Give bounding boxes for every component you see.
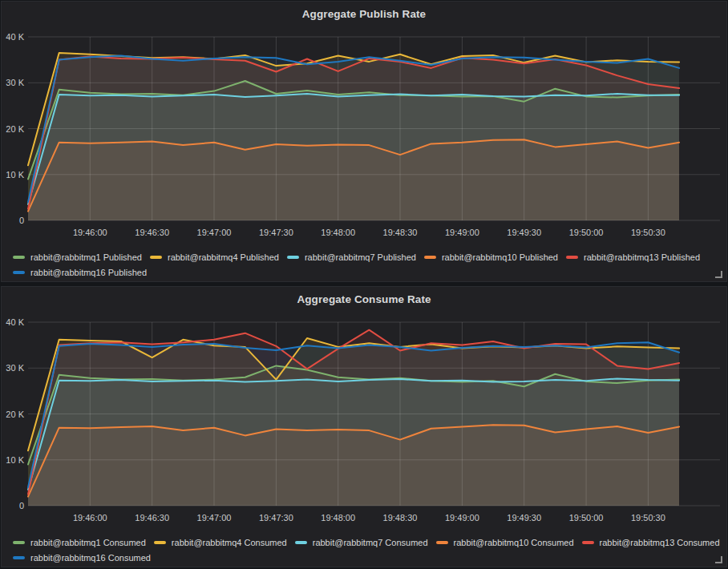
legend-item[interactable]: rabbit@rabbitmq1 Published <box>13 250 142 264</box>
legend-item[interactable]: rabbit@rabbitmq10 Consumed <box>436 535 574 550</box>
svg-text:19:46:30: 19:46:30 <box>135 228 169 237</box>
svg-text:19:49:30: 19:49:30 <box>507 513 541 523</box>
svg-text:40 K: 40 K <box>6 32 24 42</box>
panel-title-publish[interactable]: Aggregate Publish Rate <box>2 2 726 26</box>
legend-item[interactable]: rabbit@rabbitmq13 Published <box>566 250 700 264</box>
legend-series-label: rabbit@rabbitmq16 Published <box>30 265 147 280</box>
legend-series-label: rabbit@rabbitmq16 Consumed <box>30 551 151 565</box>
legend-series-marker <box>150 256 162 259</box>
legend-item[interactable]: rabbit@rabbitmq4 Published <box>150 250 279 264</box>
panel-resize-handle[interactable] <box>715 556 722 563</box>
legend-series-label: rabbit@rabbitmq10 Published <box>442 250 558 264</box>
svg-text:19:48:00: 19:48:00 <box>321 513 355 523</box>
legend-series-label: rabbit@rabbitmq13 Consumed <box>600 535 720 550</box>
svg-text:20 K: 20 K <box>6 124 24 134</box>
svg-text:19:46:00: 19:46:00 <box>73 513 107 523</box>
svg-text:0: 0 <box>19 501 24 510</box>
svg-text:19:49:00: 19:49:00 <box>445 228 479 237</box>
svg-text:19:50:30: 19:50:30 <box>631 228 665 237</box>
svg-text:30 K: 30 K <box>6 363 24 373</box>
svg-text:40 K: 40 K <box>6 317 24 327</box>
legend-series-label: rabbit@rabbitmq1 Published <box>30 250 142 264</box>
svg-text:19:50:30: 19:50:30 <box>631 513 665 523</box>
svg-text:19:48:30: 19:48:30 <box>383 513 418 523</box>
panel-aggregate-consume-rate: Aggregate Consume Rate 010 K20 K30 K40 K… <box>1 286 727 567</box>
svg-text:19:48:30: 19:48:30 <box>383 228 418 237</box>
legend-item[interactable]: rabbit@rabbitmq7 Published <box>287 250 416 264</box>
series-area-fills <box>28 330 679 506</box>
legend-series-label: rabbit@rabbitmq4 Published <box>168 250 279 264</box>
series-area-fills <box>28 53 679 220</box>
legend-series-marker <box>13 271 25 274</box>
panel-aggregate-publish-rate: Aggregate Publish Rate 010 K20 K30 K40 K… <box>1 1 727 282</box>
svg-text:19:46:00: 19:46:00 <box>73 228 107 237</box>
legend-series-label: rabbit@rabbitmq4 Consumed <box>172 535 287 550</box>
svg-text:19:50:00: 19:50:00 <box>569 228 604 237</box>
legend-series-marker <box>13 256 25 259</box>
legend-series-label: rabbit@rabbitmq13 Published <box>584 250 700 264</box>
consume-legend: rabbit@rabbitmq1 Consumedrabbit@rabbitmq… <box>2 535 726 565</box>
publish-rate-chart-canvas[interactable]: 010 K20 K30 K40 K19:46:0019:46:3019:47:0… <box>2 26 728 240</box>
svg-text:19:47:30: 19:47:30 <box>259 228 293 237</box>
svg-text:19:48:00: 19:48:00 <box>321 228 355 237</box>
svg-text:19:49:00: 19:49:00 <box>445 513 479 523</box>
legend-series-label: rabbit@rabbitmq7 Consumed <box>313 535 428 550</box>
legend-item[interactable]: rabbit@rabbitmq16 Published <box>13 265 147 280</box>
legend-series-marker <box>424 256 436 259</box>
panel-title-consume[interactable]: Aggregate Consume Rate <box>2 287 726 311</box>
legend-series-marker <box>566 256 578 259</box>
legend-item[interactable]: rabbit@rabbitmq13 Consumed <box>582 535 720 550</box>
legend-series-marker <box>436 541 448 544</box>
legend-series-label: rabbit@rabbitmq1 Consumed <box>30 535 146 550</box>
legend-item[interactable]: rabbit@rabbitmq4 Consumed <box>154 535 287 550</box>
svg-text:19:50:00: 19:50:00 <box>569 513 604 523</box>
legend-item[interactable]: rabbit@rabbitmq16 Consumed <box>13 551 151 565</box>
legend-item[interactable]: rabbit@rabbitmq10 Published <box>424 250 558 264</box>
legend-row: rabbit@rabbitmq16 Published <box>13 265 715 280</box>
legend-item[interactable]: rabbit@rabbitmq1 Consumed <box>13 535 146 550</box>
svg-text:10 K: 10 K <box>6 170 24 180</box>
legend-series-label: rabbit@rabbitmq7 Published <box>305 250 416 264</box>
legend-row: rabbit@rabbitmq16 Consumed <box>13 551 715 565</box>
svg-text:30 K: 30 K <box>6 78 24 87</box>
legend-series-marker <box>295 541 307 544</box>
panel-resize-handle[interactable] <box>715 271 722 278</box>
svg-text:10 K: 10 K <box>6 455 24 465</box>
legend-series-marker <box>13 541 25 544</box>
svg-text:19:47:00: 19:47:00 <box>197 228 232 237</box>
svg-text:19:47:00: 19:47:00 <box>197 513 232 523</box>
legend-item[interactable]: rabbit@rabbitmq7 Consumed <box>295 535 428 550</box>
legend-row: rabbit@rabbitmq1 Consumedrabbit@rabbitmq… <box>13 535 715 550</box>
svg-text:19:46:30: 19:46:30 <box>135 513 169 523</box>
svg-text:20 K: 20 K <box>6 410 24 419</box>
legend-series-marker <box>582 541 594 544</box>
legend-series-label: rabbit@rabbitmq10 Consumed <box>454 535 574 550</box>
svg-text:19:49:30: 19:49:30 <box>507 228 541 237</box>
legend-series-marker <box>13 556 25 559</box>
svg-text:19:47:30: 19:47:30 <box>259 513 293 523</box>
legend-row: rabbit@rabbitmq1 Publishedrabbit@rabbitm… <box>13 250 715 264</box>
legend-series-marker <box>287 256 299 259</box>
legend-series-marker <box>154 541 166 544</box>
publish-legend: rabbit@rabbitmq1 Publishedrabbit@rabbitm… <box>2 250 726 280</box>
consume-rate-chart-canvas[interactable]: 010 K20 K30 K40 K19:46:0019:46:3019:47:0… <box>2 311 728 526</box>
svg-text:0: 0 <box>19 216 24 225</box>
